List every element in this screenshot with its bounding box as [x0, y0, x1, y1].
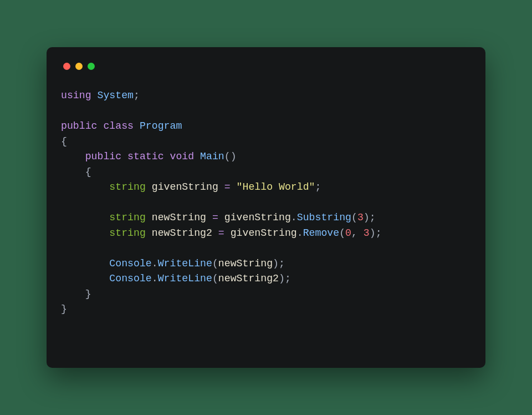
keyword-using: using: [61, 90, 91, 101]
punct-dot: .: [152, 258, 158, 269]
keyword-class: class: [103, 120, 134, 131]
namespace-system: System: [98, 90, 134, 101]
op-assign: =: [224, 181, 231, 193]
indent: [61, 289, 85, 300]
class-console: Console: [109, 258, 151, 269]
punct-semi: ;: [134, 90, 140, 101]
zoom-icon[interactable]: [88, 63, 95, 70]
arg-newString2: newString2: [218, 273, 279, 284]
indent: [61, 212, 109, 223]
indent: [61, 181, 109, 193]
class-console: Console: [109, 273, 151, 284]
punct-paren-open: (: [339, 227, 345, 239]
type-string: string: [109, 212, 146, 223]
indent: [61, 166, 85, 178]
punct-paren-open: (: [351, 212, 357, 223]
brace-open: {: [85, 166, 91, 178]
code-block: using System; public class Program { pub…: [61, 88, 471, 317]
keyword-public: public: [85, 151, 122, 162]
minimize-icon[interactable]: [75, 63, 83, 70]
class-name: Program: [140, 120, 182, 131]
punct-paren-close: ): [364, 212, 370, 223]
method-writeline: WriteLine: [158, 273, 212, 284]
window-titlebar: [61, 58, 471, 74]
indent: [61, 227, 109, 239]
indent: [61, 258, 109, 269]
var-newString: newString: [152, 212, 206, 223]
op-assign: =: [218, 227, 224, 239]
brace-close: }: [61, 303, 67, 315]
keyword-static: static: [127, 151, 164, 162]
indent: [61, 273, 109, 284]
var-givenString: givenString: [224, 212, 291, 223]
type-string: string: [109, 181, 146, 193]
var-newString2: newString2: [152, 227, 212, 239]
punct-semi: ;: [315, 181, 321, 193]
punct-paren-open: (: [212, 258, 218, 269]
close-icon[interactable]: [63, 63, 70, 70]
brace-close: }: [85, 289, 91, 300]
number-literal: 3: [364, 227, 370, 239]
var-givenString: givenString: [231, 227, 297, 239]
punct-dot: .: [152, 273, 158, 284]
indent: [61, 151, 85, 162]
keyword-public: public: [61, 120, 98, 131]
punct-paren-close: ): [279, 273, 285, 284]
var-givenString: givenString: [152, 181, 218, 193]
keyword-void: void: [170, 151, 195, 162]
string-literal: "Hello World": [237, 181, 315, 193]
punct-semi: ;: [376, 227, 382, 239]
punct-parens: (): [224, 151, 237, 162]
method-writeline: WriteLine: [158, 258, 212, 269]
op-assign: =: [212, 212, 218, 223]
punct-paren-open: (: [212, 273, 218, 284]
code-window: using System; public class Program { pub…: [47, 47, 485, 368]
punct-paren-close: ): [370, 227, 376, 239]
punct-dot: .: [297, 227, 303, 239]
method-remove: Remove: [303, 227, 340, 239]
method-main: Main: [200, 151, 224, 162]
number-literal: 0: [345, 227, 351, 239]
type-string: string: [109, 227, 146, 239]
punct-semi: ;: [370, 212, 376, 223]
punct-paren-close: ): [273, 258, 279, 269]
punct-comma: ,: [351, 227, 364, 239]
arg-newString: newString: [218, 258, 273, 269]
number-literal: 3: [357, 212, 364, 223]
punct-semi: ;: [285, 273, 291, 284]
method-substring: Substring: [297, 212, 351, 223]
brace-open: {: [61, 136, 67, 147]
punct-dot: .: [291, 212, 297, 223]
punct-semi: ;: [279, 258, 285, 269]
